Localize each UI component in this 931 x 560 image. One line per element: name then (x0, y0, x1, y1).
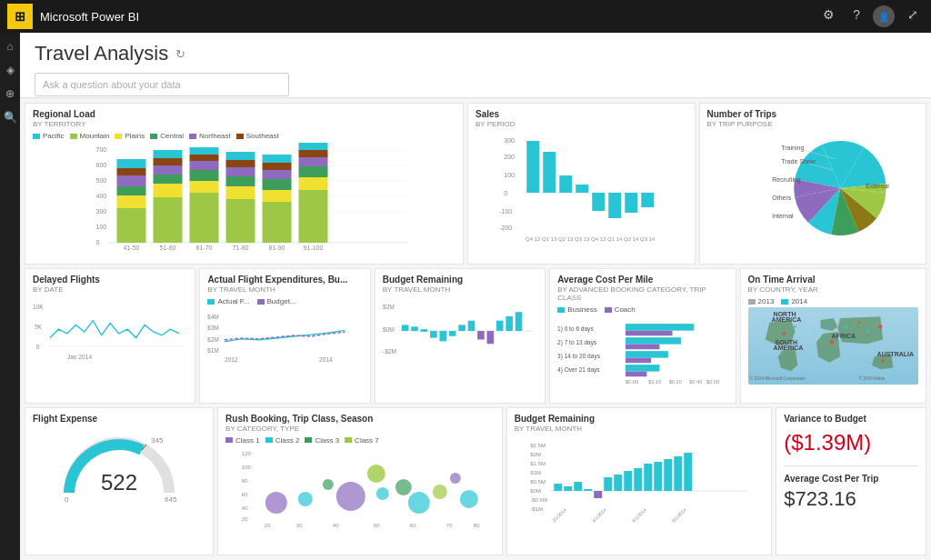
svg-rect-24 (154, 158, 183, 165)
svg-rect-32 (190, 147, 219, 155)
svg-text:600: 600 (96, 162, 107, 168)
svg-text:Q2 13: Q2 13 (558, 236, 574, 242)
num-trips-card: Number of Trips BY TRIP PURPOSE (699, 103, 927, 265)
refresh-icon[interactable]: ↻ (175, 47, 185, 61)
svg-rect-108 (467, 321, 475, 331)
svg-text:2/1/2014: 2/1/2014 (550, 506, 566, 523)
legend-class2: Class 2 (265, 436, 300, 445)
svg-text:3) 14 to 20 days: 3) 14 to 20 days (557, 353, 601, 360)
svg-text:Q3 14: Q3 14 (640, 236, 656, 242)
svg-point-173 (460, 490, 478, 508)
svg-rect-194 (664, 459, 672, 491)
svg-rect-106 (449, 331, 456, 336)
user-avatar[interactable]: 👤 (873, 5, 895, 27)
actual-exp-title: Actual Flight Expenditures, Bu... (207, 275, 362, 285)
regional-load-card: Regional Load BY TERRITORY Pacific Mount… (25, 103, 464, 265)
svg-rect-65 (576, 185, 588, 193)
legend-actual: Actual F... (207, 297, 249, 305)
svg-text:300: 300 (504, 137, 515, 144)
svg-text:Q4 13: Q4 13 (591, 236, 606, 242)
svg-text:$0.40: $0.40 (689, 379, 702, 385)
sidebar-search-icon[interactable]: 🔍 (4, 111, 17, 124)
svg-text:Others: Others (772, 195, 792, 201)
svg-rect-22 (154, 175, 183, 184)
svg-rect-38 (226, 160, 255, 167)
svg-rect-20 (154, 197, 183, 243)
variance-value: ($1.39M) (784, 431, 918, 455)
sidebar-add-icon[interactable]: ⊕ (5, 87, 15, 100)
svg-rect-44 (263, 170, 292, 179)
svg-point-168 (376, 487, 389, 500)
main-content: Travel Analysis ↻ Ask a question about y… (20, 33, 931, 560)
flight-expense-title: Flight Expense (33, 414, 205, 424)
svg-rect-23 (154, 165, 183, 175)
svg-rect-39 (226, 152, 255, 160)
svg-text:$2M: $2M (383, 305, 395, 311)
actual-exp-subtitle: BY TRAVEL MONTH (207, 285, 362, 294)
settings-icon[interactable]: ⚙ (817, 5, 840, 27)
svg-rect-14 (117, 195, 146, 208)
sidebar-home-icon[interactable]: ⌂ (6, 40, 13, 53)
svg-text:4/1/2014: 4/1/2014 (590, 506, 606, 523)
svg-text:100: 100 (504, 172, 515, 178)
actual-exp-chart: $4M $3M $2M $1M 2012 2014 (207, 307, 362, 366)
help-icon[interactable]: ? (847, 5, 866, 27)
svg-text:Q4 12: Q4 12 (526, 236, 541, 242)
svg-rect-67 (608, 193, 621, 218)
rush-booking-title: Rush Booking, Trip Class, Season (225, 414, 495, 424)
svg-rect-50 (299, 166, 328, 177)
svg-text:20: 20 (265, 523, 271, 528)
avg-cost-trip-value: $723.16 (784, 487, 918, 511)
world-map: © 2014 Microsoft Corporation © 2014 Noki… (748, 307, 918, 385)
svg-rect-52 (299, 150, 328, 157)
svg-rect-35 (226, 186, 255, 199)
svg-text:51-60: 51-60 (160, 245, 176, 251)
regional-load-subtitle: BY TERRITORY (33, 120, 455, 128)
svg-text:300: 300 (96, 208, 107, 215)
svg-text:$0.50: $0.50 (706, 379, 719, 385)
svg-text:$0.10: $0.10 (648, 379, 661, 385)
svg-text:Training: Training (781, 145, 804, 152)
svg-text:Internal: Internal (772, 213, 794, 219)
svg-rect-69 (641, 193, 654, 207)
num-trips-title: Number of Trips (707, 109, 919, 119)
svg-point-165 (323, 479, 334, 490)
expand-icon[interactable]: ⤢ (902, 5, 924, 27)
svg-point-132 (794, 325, 796, 328)
svg-rect-49 (299, 177, 328, 190)
svg-rect-193 (654, 462, 662, 491)
budget-large-chart: $2.5M $2M $1.5M $1M $0.5M $0M -$0.5M -$1… (515, 436, 765, 527)
svg-text:20: 20 (242, 516, 248, 522)
svg-point-170 (408, 492, 430, 514)
svg-text:345: 345 (151, 436, 164, 445)
title-row: Travel Analysis ↻ (35, 42, 916, 65)
svg-rect-36 (226, 176, 255, 186)
legend-plains: Plains (115, 132, 145, 140)
svg-rect-109 (477, 331, 485, 339)
svg-rect-120 (626, 351, 668, 357)
page-header: Travel Analysis ↻ Ask a question about y… (20, 33, 931, 98)
sidebar-nav-icon[interactable]: ◈ (6, 64, 15, 76)
svg-text:645: 645 (165, 495, 177, 504)
legend-northeast: Northeast (189, 132, 231, 140)
svg-rect-103 (420, 329, 427, 332)
svg-rect-111 (496, 321, 504, 331)
variance-card: Variance to Budget ($1.39M) Average Cost… (776, 407, 926, 555)
budget-small-chart: $2M $0M -$2M (383, 297, 537, 365)
svg-rect-185 (574, 482, 582, 491)
svg-point-135 (844, 325, 847, 329)
variance-title: Variance to Budget (784, 414, 918, 424)
svg-text:100: 100 (242, 465, 252, 470)
svg-text:0: 0 (36, 344, 40, 350)
svg-text:2012: 2012 (225, 357, 238, 364)
svg-text:700: 700 (96, 146, 107, 153)
svg-rect-28 (190, 181, 219, 193)
svg-text:4) Over 21 days: 4) Over 21 days (557, 366, 600, 374)
svg-point-172 (450, 473, 461, 484)
svg-rect-123 (626, 345, 659, 350)
svg-rect-191 (634, 468, 642, 491)
svg-text:200: 200 (504, 154, 515, 160)
svg-text:120: 120 (242, 451, 252, 456)
svg-text:$2.5M: $2.5M (530, 443, 546, 448)
qa-input[interactable]: Ask a question about your data (35, 73, 289, 96)
